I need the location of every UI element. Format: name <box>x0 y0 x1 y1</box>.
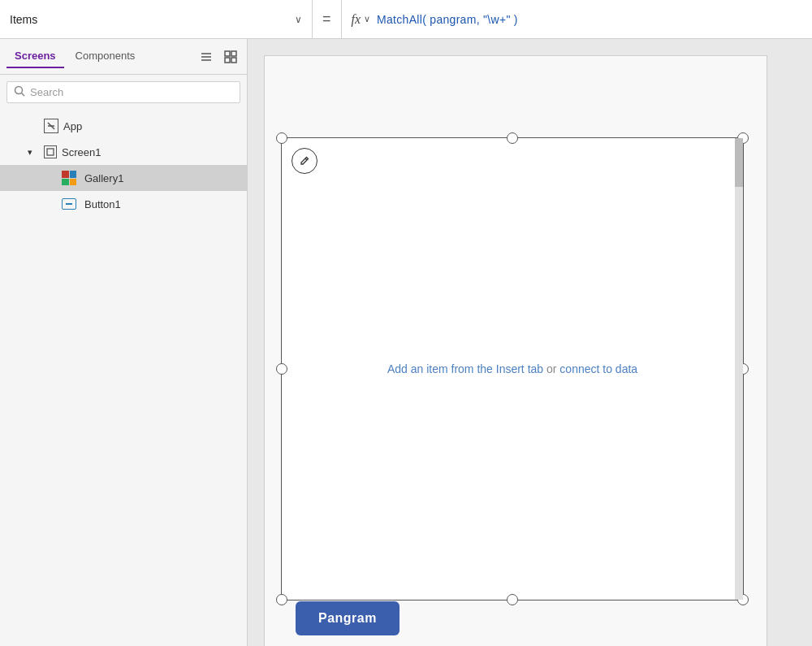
top-bar: Items ∨ = fx ∨ MatchAll( pangram, "\w+" … <box>0 0 812 39</box>
tree-item-label-app: App <box>63 120 82 132</box>
svg-rect-5 <box>225 58 230 63</box>
tree-item-button1[interactable]: Button1 <box>0 191 247 217</box>
tab-components[interactable]: Components <box>67 45 144 68</box>
gallery-edit-button[interactable] <box>292 148 317 174</box>
button-icon <box>62 198 76 210</box>
svg-rect-3 <box>225 51 230 56</box>
canvas-screen: Add an item from the Insert tab or conne… <box>264 55 767 646</box>
tree-list: App ▾ Screen1 <box>0 110 247 646</box>
fx-chevron-icon: ∨ <box>364 14 370 24</box>
screen-icon <box>44 145 57 158</box>
tree-item-app[interactable]: App <box>0 113 247 139</box>
left-panel: Screens Components <box>0 39 248 646</box>
app-icon <box>44 119 58 133</box>
svg-line-12 <box>305 158 307 160</box>
handle-middle-left[interactable] <box>276 363 287 375</box>
handle-bottom-center[interactable] <box>507 594 518 605</box>
gallery-icon <box>62 171 76 185</box>
list-view-icon[interactable] <box>197 47 216 67</box>
tree-item-gallery1[interactable]: Gallery1 <box>0 165 247 191</box>
property-dropdown[interactable]: Items ∨ <box>0 0 313 38</box>
gallery-or-text: or <box>543 362 559 375</box>
canvas-area[interactable]: Add an item from the Insert tab or conne… <box>248 39 812 646</box>
svg-rect-11 <box>47 149 54 155</box>
gallery-scrollbar[interactable] <box>735 138 743 600</box>
tree-item-label-screen1: Screen1 <box>62 146 101 158</box>
gallery-connect-link[interactable]: connect to data <box>559 362 637 375</box>
tree-item-label-gallery1: Gallery1 <box>84 172 123 184</box>
formula-bar[interactable]: fx ∨ MatchAll( pangram, "\w+" ) <box>342 12 812 27</box>
tree-item-label-button1: Button1 <box>84 198 121 210</box>
gallery-insert-link[interactable]: Add an item from the Insert tab <box>387 362 543 375</box>
main-content: Screens Components <box>0 39 812 646</box>
svg-line-8 <box>22 93 25 97</box>
expand-icon-screen1: ▾ <box>28 147 39 158</box>
search-input[interactable] <box>30 86 233 98</box>
pangram-button[interactable]: Pangram <box>296 601 400 635</box>
tab-actions <box>197 47 240 67</box>
search-icon <box>14 85 25 99</box>
handle-bottom-left[interactable] <box>276 594 287 605</box>
gallery-selection[interactable]: Add an item from the Insert tab or conne… <box>281 137 744 600</box>
tree-item-screen1[interactable]: ▾ Screen1 <box>0 139 247 165</box>
equals-sign: = <box>313 0 342 38</box>
svg-rect-4 <box>231 51 236 56</box>
handle-top-center[interactable] <box>507 132 518 144</box>
gallery-empty-state: Add an item from the Insert tab or conne… <box>387 362 637 375</box>
property-name: Items <box>10 13 288 26</box>
tabs-row: Screens Components <box>0 39 247 75</box>
handle-top-left[interactable] <box>276 132 287 144</box>
svg-point-7 <box>15 87 23 94</box>
tab-screens[interactable]: Screens <box>6 45 64 68</box>
fx-icon: fx <box>352 12 361 27</box>
svg-rect-6 <box>231 58 236 63</box>
grid-view-icon[interactable] <box>221 47 240 67</box>
formula-text[interactable]: MatchAll( pangram, "\w+" ) <box>377 13 518 26</box>
chevron-down-icon: ∨ <box>295 14 302 25</box>
search-bar[interactable] <box>6 81 240 103</box>
gallery-scrollbar-thumb <box>735 138 743 187</box>
